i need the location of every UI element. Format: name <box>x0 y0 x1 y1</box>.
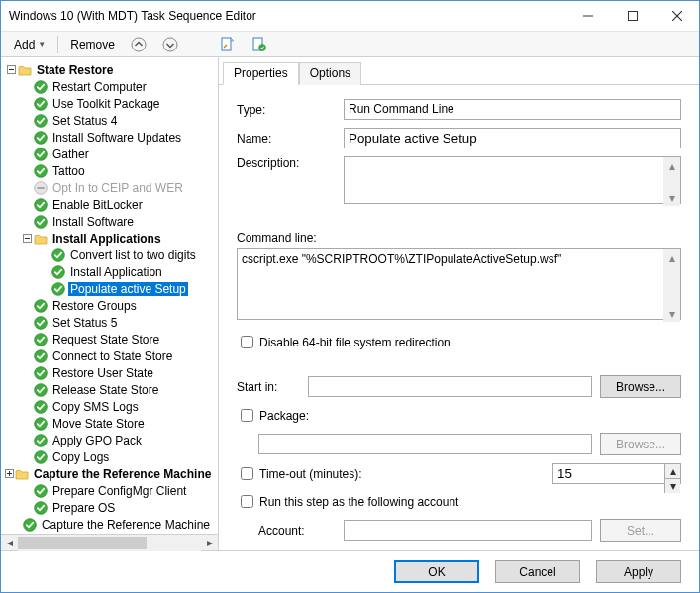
tree-node[interactable]: Opt In to CEIP and WER <box>3 179 216 196</box>
tree-node[interactable]: Prepare ConfigMgr Client <box>3 482 216 499</box>
success-step-icon <box>34 349 48 363</box>
startin-input[interactable] <box>308 376 592 397</box>
success-step-icon <box>34 450 48 464</box>
tree-node[interactable]: Copy SMS Logs <box>3 398 216 415</box>
page-edit-icon <box>220 37 236 52</box>
tree-node[interactable]: Release State Store <box>3 381 216 398</box>
move-down-button[interactable] <box>155 34 185 55</box>
startin-browse-button[interactable]: Browse... <box>600 375 681 398</box>
tree-node[interactable]: Move State Store <box>3 415 216 432</box>
runas-checkbox[interactable] <box>241 495 253 508</box>
tree-node[interactable]: Capture the Reference Machine <box>3 516 216 533</box>
success-step-icon <box>34 148 48 161</box>
page-check-icon <box>251 37 267 52</box>
timeout-spin-up[interactable]: ▴ <box>664 464 680 479</box>
tree-node-label: Move State Store <box>50 417 147 431</box>
tree-node[interactable]: Install Software <box>3 213 216 230</box>
command-line-scrollbar[interactable]: ▴ ▾ <box>663 249 680 322</box>
toolbar-page1-button[interactable] <box>213 34 243 55</box>
tree-node-label: Release State Store <box>50 383 160 397</box>
description-input[interactable] <box>344 156 681 204</box>
scroll-right-icon[interactable]: ▸ <box>201 535 218 551</box>
tree-node-label: Prepare ConfigMgr Client <box>50 484 188 498</box>
name-input[interactable] <box>344 128 681 148</box>
tree-node[interactable]: Install Applications <box>3 230 216 247</box>
tree-node[interactable]: Set Status 4 <box>3 112 216 129</box>
tree-node-label: Apply GPO Pack <box>50 434 144 447</box>
tab-options[interactable]: Options <box>299 62 361 85</box>
tree-horizontal-scrollbar[interactable]: ◂ ▸ <box>1 534 218 550</box>
dropdown-caret-icon: ▼ <box>38 40 46 49</box>
toolbar: Add ▼ Remove <box>1 32 699 57</box>
cancel-button[interactable]: Cancel <box>495 560 580 583</box>
add-button[interactable]: Add ▼ <box>7 35 52 54</box>
minimize-button[interactable] <box>565 1 610 31</box>
timeout-checkbox[interactable] <box>241 467 253 480</box>
collapse-icon[interactable] <box>21 233 33 245</box>
tree-node-label: Use Toolkit Package <box>50 97 162 111</box>
toolbar-page2-button[interactable] <box>245 34 274 55</box>
tree-node[interactable]: Apply GPO Pack <box>3 432 216 448</box>
disable-64bit-checkbox[interactable] <box>241 336 253 348</box>
tree-node[interactable]: Install Application <box>3 263 216 280</box>
task-sequence-editor-window: Windows 10 (With MDT) Task Sequence Edit… <box>0 0 700 593</box>
maximize-button[interactable] <box>610 1 654 31</box>
tabs: Properties Options <box>219 57 699 85</box>
move-up-button[interactable] <box>124 34 153 55</box>
tree-node[interactable]: Set Status 5 <box>3 314 216 331</box>
arrow-up-circle-icon <box>131 37 147 52</box>
tree-node-label: Restart Computer <box>50 80 149 94</box>
task-sequence-tree[interactable]: State RestoreRestart ComputerUse Toolkit… <box>1 57 218 534</box>
account-set-button: Set... <box>600 519 681 542</box>
tree-node[interactable]: Request State Store <box>3 331 216 347</box>
tree-node[interactable]: Restore Groups <box>3 297 216 314</box>
tree-node-label: Enable BitLocker <box>50 198 145 212</box>
scroll-left-icon[interactable]: ◂ <box>1 535 18 551</box>
tree-node-label: Connect to State Store <box>50 349 174 363</box>
timeout-input[interactable] <box>552 463 681 484</box>
tree-node[interactable]: State Restore <box>3 61 216 78</box>
tree-node-label: Prepare OS <box>50 501 117 515</box>
remove-button[interactable]: Remove <box>63 35 122 54</box>
close-button[interactable] <box>654 1 699 31</box>
dialog-footer: OK Cancel Apply <box>1 550 699 592</box>
properties-pane: Properties Options Type: Run Command Lin… <box>219 57 699 550</box>
tree-node-label: State Restore <box>35 63 115 77</box>
type-value: Run Command Line <box>344 99 681 120</box>
tree-node[interactable]: Enable BitLocker <box>3 196 216 213</box>
scroll-up-icon: ▴ <box>663 157 680 174</box>
apply-button[interactable]: Apply <box>596 560 681 583</box>
tree-node[interactable]: Connect to State Store <box>3 347 216 364</box>
tree-node[interactable]: Restore User State <box>3 364 216 381</box>
type-label: Type: <box>237 103 344 117</box>
collapse-icon[interactable] <box>5 64 17 76</box>
account-label: Account: <box>237 524 344 538</box>
success-step-icon <box>34 198 48 212</box>
success-step-icon <box>51 282 65 296</box>
folder-icon <box>34 232 48 246</box>
success-step-icon <box>34 215 48 229</box>
tree-node[interactable]: Copy Logs <box>3 448 216 465</box>
tree-node[interactable]: Gather <box>3 146 216 162</box>
package-checkbox[interactable] <box>241 409 253 422</box>
success-step-icon <box>34 97 48 111</box>
tree-pane: State RestoreRestart ComputerUse Toolkit… <box>1 57 219 550</box>
tree-node[interactable]: Install Software Updates <box>3 129 216 146</box>
tree-node[interactable]: Populate active Setup <box>3 280 216 297</box>
tab-properties[interactable]: Properties <box>223 62 299 85</box>
tree-node[interactable]: Restart Computer <box>3 78 216 95</box>
tree-node[interactable]: Capture the Reference Machine <box>3 465 216 482</box>
tree-node[interactable]: Tattoo <box>3 162 216 179</box>
tree-node[interactable]: Prepare OS <box>3 499 216 516</box>
expand-icon[interactable] <box>5 468 14 480</box>
description-scrollbar[interactable]: ▴ ▾ <box>663 157 680 206</box>
success-step-icon <box>34 383 48 397</box>
success-step-icon <box>34 484 48 498</box>
timeout-spin-down[interactable]: ▾ <box>664 479 680 493</box>
tree-node[interactable]: Convert list to two digits <box>3 247 216 263</box>
success-step-icon <box>51 248 65 262</box>
tree-node-label: Install Software <box>50 215 136 229</box>
ok-button[interactable]: OK <box>394 560 479 583</box>
command-line-input[interactable]: cscript.exe "%SCRIPTROOT%\ZTIPopulateAct… <box>237 248 681 320</box>
tree-node[interactable]: Use Toolkit Package <box>3 95 216 112</box>
